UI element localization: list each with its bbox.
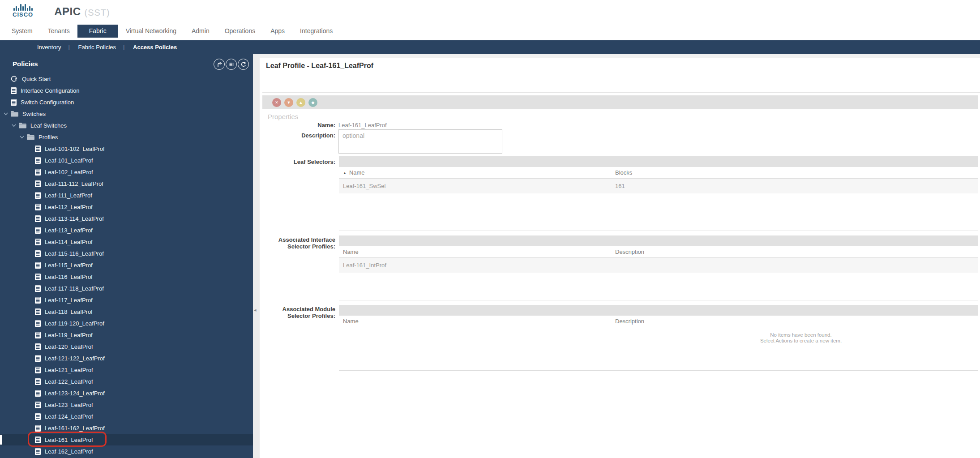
tree-item[interactable]: Leaf-162_LeafProf [0,445,253,457]
description-input[interactable] [338,129,502,154]
tree-item[interactable]: Leaf-161_LeafProf [0,434,253,445]
subnav-item-label: Fabric Policies [78,44,116,51]
tree-item[interactable]: Leaf-117_LeafProf [0,294,253,306]
tree-item-label: Leaf-123_LeafProf [45,402,93,408]
tree-item[interactable]: Leaf-122_LeafProf [0,376,253,387]
tree-item[interactable]: Interface Configuration [0,85,253,96]
tree-item[interactable]: Leaf-101_LeafProf [0,154,253,166]
minor-fault-badge[interactable]: ▲ [296,98,305,107]
nav-tab[interactable]: Virtual Networking [118,25,184,38]
tree-item[interactable]: Leaf-102_LeafProf [0,166,253,178]
column-header-name[interactable]: ▲Name [343,167,365,179]
profile-doc-icon [35,250,41,257]
profile-doc-icon [35,297,41,304]
nav-tab[interactable]: Tenants [40,25,77,38]
nav-tab[interactable]: System [4,25,40,38]
chevron-down-icon[interactable] [4,112,10,116]
table-row[interactable]: Leaf-161_SwSel 161 AllLeaves_PolGrp [339,179,978,193]
warning-fault-badge[interactable]: ◆ [308,98,317,107]
column-header-description[interactable]: Description [615,316,644,327]
name-label: Name: [260,122,335,128]
tree-item[interactable]: Leaf-118_LeafProf [0,306,253,317]
tree-item-label: Leaf-111-112_LeafProf [45,180,103,187]
profile-doc-icon [35,274,41,280]
tree-item[interactable]: Leaf-115-116_LeafProf [0,248,253,259]
tree-item[interactable]: Leaf-123_LeafProf [0,399,253,411]
tree-item[interactable]: Leaf-161-162_LeafProf [0,422,253,434]
nav-tab[interactable]: Admin [184,25,217,38]
critical-fault-badge[interactable]: ✕ [272,98,281,107]
tree-item[interactable]: Leaf-115_LeafProf [0,259,253,271]
tree-item-label: Interface Configuration [21,87,80,94]
tree-item[interactable]: Leaf-123-124_LeafProf [0,387,253,399]
profile-doc-icon [35,343,41,350]
tree-item[interactable]: Leaf Switches [0,120,253,131]
name-value: Leaf-161_LeafProf [338,122,387,128]
tree-item-label: Leaf-121_LeafProf [45,367,93,373]
nav-tab[interactable]: Fabric [77,25,118,38]
profile-doc-icon [35,332,41,338]
sidebar-resize-gutter[interactable]: ◂ [253,54,260,458]
subnav-item[interactable]: Fabric Policies [69,44,124,51]
refresh-icon[interactable] [238,59,249,70]
assoc-interface-table: Name Description State Leaf-161_IntProf … [339,246,978,300]
tree-item[interactable]: Leaf-113_LeafProf [0,224,253,236]
tree-item[interactable]: Leaf-111_LeafProf [0,189,253,201]
chevron-down-icon[interactable] [12,124,18,127]
table-row[interactable]: Leaf-161_IntProf formed [339,258,978,273]
tree-item[interactable]: Leaf-111-112_LeafProf [0,178,253,189]
tree-item[interactable]: Leaf-101-102_LeafProf [0,143,253,154]
subnav-item[interactable]: Inventory [29,44,69,51]
tree-item-label: Leaf-161-162_LeafProf [45,425,105,432]
tree-item[interactable]: Switches [0,108,253,120]
tree-item-label: Leaf-121-122_LeafProf [45,355,105,362]
tree-item[interactable]: Leaf-114_LeafProf [0,236,253,248]
tree-item[interactable]: Quick Start [0,73,253,85]
tree-item[interactable]: Leaf-112_LeafProf [0,201,253,213]
assoc-module-toolbar [339,305,978,316]
profile-doc-icon [35,425,41,432]
column-header-description[interactable]: Description [615,246,644,258]
tree-item[interactable]: Leaf-119_LeafProf [0,329,253,341]
assoc-module-table: Name Description State No items have bee… [339,316,978,371]
tree-item[interactable]: Switch Configuration [0,96,253,108]
tree-item[interactable]: Leaf-119-120_LeafProf [0,317,253,329]
assoc-module-label: Associated Module Selector Profiles: [260,306,335,319]
nav-tab[interactable]: Operations [217,25,263,38]
tree-item-label: Profiles [39,134,58,141]
empty-table-message: No items have been found. Select Actions… [680,332,922,344]
profile-doc-icon [35,157,41,164]
tree-item[interactable]: Leaf-121-122_LeafProf [0,352,253,364]
nav-tab[interactable]: Apps [263,25,292,38]
tree-item-label: Leaf-101-102_LeafProf [45,146,105,152]
column-header-name[interactable]: Name [343,246,359,258]
policies-sidebar: Policies Quick Start [0,54,253,458]
chevron-down-icon[interactable] [20,136,26,139]
major-fault-badge[interactable]: ▼ [284,98,293,107]
tree-item[interactable]: Leaf-117-118_LeafProf [0,283,253,294]
tree-item[interactable]: Leaf-121_LeafProf [0,364,253,376]
profile-doc-icon [35,192,41,199]
leaf-selectors-header: ▲Name Blocks Policy Group [339,167,978,179]
leaf-selectors-toolbar [339,156,978,167]
column-header-name[interactable]: Name [343,316,359,327]
tree-item[interactable]: Leaf-116_LeafProf [0,271,253,283]
expand-tree-icon[interactable] [214,59,225,70]
tree-options-icon[interactable] [226,59,237,70]
nav-tab-label: Integrations [300,27,333,34]
nav-tab[interactable]: Integrations [292,25,340,38]
profile-doc-icon [35,215,41,222]
tree-item-label: Leaf-113_LeafProf [45,227,93,234]
tree-item[interactable]: Leaf-120_LeafProf [0,341,253,352]
profile-doc-icon [35,437,41,443]
column-header-blocks[interactable]: Blocks [615,167,632,179]
assoc-interface-label: Associated Interface Selector Profiles: [260,236,335,250]
tree-item[interactable]: Leaf-124_LeafProf [0,411,253,422]
sidebar-title: Policies [13,60,38,68]
tree-item[interactable]: Profiles [0,131,253,143]
profile-doc-icon [35,204,41,210]
tree-item-label: Leaf-115-116_LeafProf [45,250,104,257]
subnav-item[interactable]: Access Policies [124,44,185,51]
collapse-sidebar-icon[interactable]: ◂ [254,307,257,313]
tree-item[interactable]: Leaf-113-114_LeafProf [0,213,253,224]
